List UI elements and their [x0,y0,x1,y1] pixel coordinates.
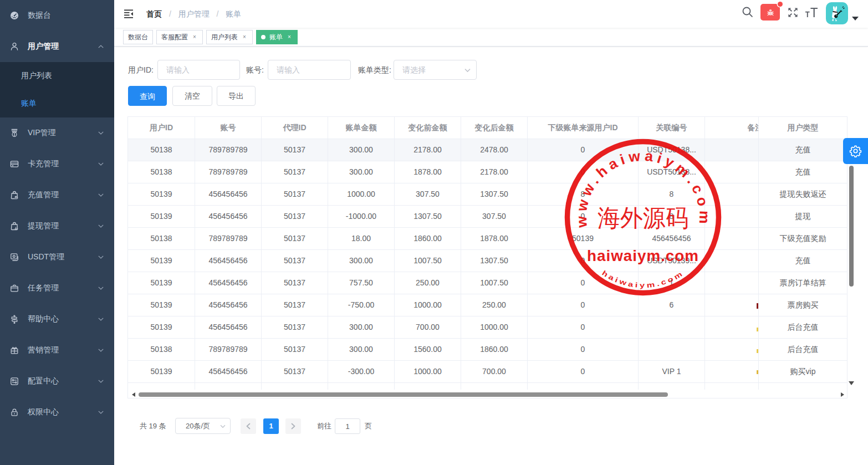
table-cell [528,383,639,390]
table-row: 5013878978978950137300.001560.001860.000 [128,339,847,361]
admin-app: 数据台用户管理用户列表账单VIP管理卡充管理充值管理提现管理USDT管理任务管理… [0,0,868,465]
column-header: 变化后金额 [461,117,528,139]
horizontal-scrollbar[interactable] [128,390,847,397]
table-cell: 8 [639,183,705,206]
table-cell: 789789789 [195,139,262,161]
page-size-value: 20条/页 [186,422,210,430]
tag-客服配置[interactable]: 客服配置× [156,30,203,44]
table-cell [639,316,705,339]
table-cell: VIP 1 [639,361,705,383]
table-cell: 1860.00 [395,228,461,250]
breadcrumb-separator: / [169,9,171,18]
text-size-icon[interactable] [805,7,818,18]
account-input[interactable] [268,60,351,80]
current-page-button[interactable]: 1 [263,418,279,434]
sidebar-subitem-用户列表[interactable]: 用户列表 [0,62,114,90]
sidebar-item-label: USDT管理 [28,252,64,262]
sidebar-item-0[interactable]: 数据台 [0,0,114,31]
next-page-button[interactable] [285,418,301,434]
error-log-button[interactable] [760,4,780,21]
sidebar-item-7[interactable]: 任务管理 [0,273,114,304]
close-icon[interactable]: × [286,34,293,40]
table-row: 50139456456456501371000.00307.501307.508… [128,183,847,206]
sidebar-item-5[interactable]: 提现管理 [0,211,114,242]
signpost-icon [10,315,19,324]
scroll-down-arrow-icon[interactable] [849,381,854,385]
table-cell: 456456456 [195,272,262,294]
lock-icon [10,408,19,417]
tag-label: 账单 [269,33,283,42]
table-cell: 50137 [262,161,328,183]
caret-down-icon[interactable] [852,17,859,21]
table-cell: 2178.00 [395,139,461,161]
table-cell: 1878.00 [395,161,461,183]
table-cell: 50137 [262,139,328,161]
sidebar-item-label: 卡充管理 [28,159,59,169]
search-icon[interactable] [742,6,753,18]
error-log-badge [778,2,783,7]
bill-table: 用户ID账号代理ID账单金额变化前金额变化后金额下级账单来源用户ID关联编号备注… [127,116,847,398]
table-row: 5013945645645650137-750.001000.00250.000… [128,294,847,316]
table-cell: 1000.00 [395,294,461,316]
sidebar-item-2[interactable]: VIP管理 [0,117,114,149]
fullscreen-icon[interactable] [788,7,798,18]
close-icon[interactable]: × [191,34,198,40]
bill-type-label: 账单类型: [358,60,391,80]
sidebar-item-label: 任务管理 [28,283,59,293]
sidebar-item-3[interactable]: 卡充管理 [0,149,114,180]
clear-button[interactable]: 清空 [172,86,212,106]
page-size-select[interactable]: 20条/页 [175,418,231,434]
sidebar-item-10[interactable]: 配置中心 [0,366,114,397]
table-cell [128,383,195,390]
navbar: 首页 / 用户管理 / 账单 [114,0,868,28]
table-cell: 0 [528,361,639,383]
vertical-scrollbar[interactable] [849,139,854,390]
sidebar-item-1[interactable]: 用户管理 [0,31,114,62]
sidebar-item-11[interactable]: 权限中心 [0,397,114,428]
goto-page-input[interactable] [335,418,360,434]
breadcrumb-user-mgmt[interactable]: 用户管理 [178,9,210,18]
avatar[interactable] [826,2,848,24]
tags-bar: 数据台客服配置×用户列表×账单× [114,28,868,47]
table-cell: 充值 [758,139,847,161]
sidebar-item-label: 帮助中心 [28,314,59,324]
hamburger-icon[interactable] [124,9,134,19]
sidebar-item-9[interactable]: 营销管理 [0,335,114,366]
close-icon[interactable]: × [241,34,248,40]
sidebar-subitem-账单[interactable]: 账单 [0,90,114,117]
breadcrumb-home[interactable]: 首页 [146,9,162,18]
sidebar-item-6[interactable]: USDT管理 [0,242,114,273]
table-cell: 1000.00 [461,316,528,339]
breadcrumb: 首页 / 用户管理 / 账单 [146,0,241,28]
table-cell: 票房购买 [758,294,847,316]
horizontal-scrollbar-thumb[interactable] [139,392,668,397]
table-cell: 0 [528,339,639,361]
table-cell: 307.50 [395,183,461,206]
medal-icon [10,129,19,137]
table-cell: 456456456 [195,250,262,272]
table-cell: USDT50139... [639,250,705,272]
search-button[interactable]: 查询 [128,86,167,106]
scroll-left-arrow-icon[interactable] [132,392,135,397]
table-cell: 2178.00 [461,161,528,183]
export-button[interactable]: 导出 [217,86,256,106]
table-cell: 8 [639,206,705,228]
table-cell: 0 [528,161,639,183]
table-cell: -750.00 [328,294,395,316]
tag-账单[interactable]: 账单× [256,30,298,44]
sidebar-item-4[interactable]: 充值管理 [0,180,114,211]
sidebar-item-8[interactable]: 帮助中心 [0,304,114,335]
bill-type-select[interactable]: 请选择 [394,60,477,80]
truncated-remark-text [757,370,758,374]
user-id-input[interactable] [157,60,240,80]
tag-用户列表[interactable]: 用户列表× [206,30,253,44]
table-cell: 50139 [128,316,195,339]
table-cell: 提现失败返还 [758,183,847,206]
prev-page-button[interactable] [241,418,256,434]
chevron-down-icon [98,193,104,197]
tag-数据台[interactable]: 数据台 [123,30,153,44]
vertical-scrollbar-thumb[interactable] [849,166,854,287]
scroll-right-arrow-icon[interactable] [841,392,844,397]
sidebar-item-label: 提现管理 [28,221,59,231]
settings-button[interactable] [843,138,868,164]
